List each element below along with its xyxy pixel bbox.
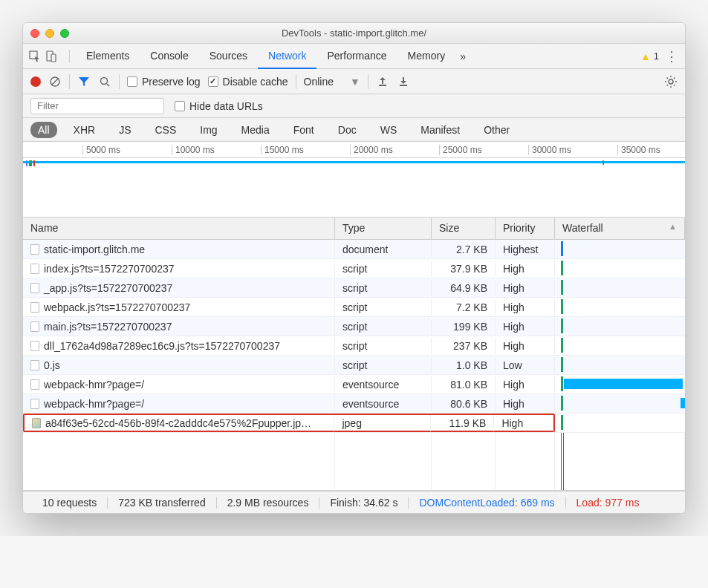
- timeline-tick: 35000 ms: [617, 145, 660, 155]
- table-row[interactable]: 0.jsscript1.0 KBLow: [23, 356, 685, 375]
- table-row[interactable]: webpack.js?ts=1572270700237script7.2 KBH…: [23, 298, 685, 317]
- disable-cache-checkbox[interactable]: Disable cache: [208, 76, 288, 88]
- timeline-overview[interactable]: [23, 158, 685, 218]
- waterfall-cell: [555, 336, 685, 355]
- more-tabs-icon[interactable]: »: [455, 45, 470, 68]
- settings-icon[interactable]: [664, 75, 678, 88]
- titlebar: DevTools - static-import.glitch.me/: [23, 23, 685, 44]
- type-filter-img[interactable]: Img: [192, 122, 224, 138]
- cell-type: script: [335, 299, 432, 316]
- col-type-header[interactable]: Type: [335, 218, 432, 239]
- menu-icon[interactable]: ⋮: [665, 48, 679, 65]
- svg-line-6: [107, 84, 109, 86]
- tab-elements[interactable]: Elements: [76, 44, 140, 69]
- type-filter-other[interactable]: Other: [476, 122, 517, 138]
- network-toolbar: Preserve log Disable cache Online ▼: [23, 69, 685, 94]
- preserve-log-checkbox[interactable]: Preserve log: [127, 76, 201, 88]
- type-filter-doc[interactable]: Doc: [331, 122, 364, 138]
- minimize-button[interactable]: [45, 29, 54, 38]
- status-load: Load: 977 ms: [566, 497, 650, 509]
- request-name: main.js?ts=1572270700237: [44, 321, 172, 333]
- cell-size: 81.0 KB: [432, 376, 496, 393]
- waterfall-cell: [555, 317, 685, 336]
- cell-priority: High: [496, 376, 555, 393]
- cell-priority: High: [496, 261, 555, 277]
- network-table-header: Name Type Size Priority Waterfall ▲: [23, 218, 685, 240]
- type-filter-ws[interactable]: WS: [373, 122, 405, 138]
- request-name: webpack-hmr?page=/: [44, 398, 144, 410]
- tab-network[interactable]: Network: [258, 44, 316, 69]
- table-row[interactable]: webpack-hmr?page=/eventsource81.0 KBHigh: [23, 375, 685, 394]
- type-filter-manifest[interactable]: Manifest: [413, 122, 467, 138]
- hide-data-urls-label: Hide data URLs: [189, 100, 263, 112]
- hide-data-urls-checkbox[interactable]: Hide data URLs: [175, 100, 263, 112]
- cell-type: eventsource: [335, 376, 432, 393]
- type-filter-all[interactable]: All: [30, 122, 57, 138]
- table-row[interactable]: static-import.glitch.medocument2.7 KBHig…: [23, 240, 685, 259]
- download-icon[interactable]: [397, 75, 410, 88]
- table-row[interactable]: index.js?ts=1572270700237script37.9 KBHi…: [23, 259, 685, 278]
- col-name-header[interactable]: Name: [23, 218, 335, 239]
- type-filter-xhr[interactable]: XHR: [66, 122, 103, 138]
- devtools-window: DevTools - static-import.glitch.me/ Elem…: [22, 22, 686, 514]
- waterfall-cell: [555, 278, 685, 297]
- warning-icon: ▲: [640, 50, 651, 62]
- cell-size: 2.7 KB: [432, 241, 496, 258]
- col-priority-header[interactable]: Priority: [496, 218, 555, 239]
- type-filter-media[interactable]: Media: [234, 122, 277, 138]
- waterfall-cell: [555, 259, 685, 278]
- status-resources: 2.9 MB resources: [217, 497, 320, 509]
- search-icon[interactable]: [98, 75, 111, 88]
- request-name: 0.js: [44, 359, 60, 371]
- cell-type: script: [335, 318, 432, 335]
- status-transferred: 723 KB transferred: [108, 497, 217, 509]
- col-size-header[interactable]: Size: [432, 218, 496, 239]
- inspect-icon[interactable]: [29, 50, 41, 62]
- document-file-icon: [30, 264, 39, 274]
- type-filter-font[interactable]: Font: [286, 122, 322, 138]
- tab-console[interactable]: Console: [140, 44, 198, 69]
- device-icon[interactable]: [45, 50, 57, 62]
- maximize-button[interactable]: [60, 29, 69, 38]
- svg-rect-8: [400, 85, 407, 86]
- request-name: index.js?ts=1572270700237: [44, 263, 175, 275]
- clear-icon[interactable]: [48, 75, 62, 88]
- type-filter-bar: AllXHRJSCSSImgMediaFontDocWSManifestOthe…: [23, 118, 685, 142]
- throttling-value: Online: [304, 76, 334, 88]
- request-name: a84f63e5-62cd-456b-89f4-c2adddc4e575%2Fp…: [45, 417, 311, 429]
- table-row[interactable]: a84f63e5-62cd-456b-89f4-c2adddc4e575%2Fp…: [23, 414, 685, 433]
- network-table-body: static-import.glitch.medocument2.7 KBHig…: [23, 240, 685, 433]
- timeline-ruler[interactable]: 5000 ms10000 ms15000 ms20000 ms25000 ms3…: [23, 142, 685, 158]
- close-button[interactable]: [30, 29, 39, 38]
- cell-priority: High: [496, 396, 555, 412]
- table-row[interactable]: main.js?ts=1572270700237script199 KBHigh: [23, 317, 685, 336]
- cell-size: 11.9 KB: [431, 415, 495, 431]
- table-row[interactable]: dll_1762a4d98a7289ec16c9.js?ts=157227070…: [23, 336, 685, 356]
- col-waterfall-header[interactable]: Waterfall ▲: [555, 218, 685, 239]
- filter-input[interactable]: [30, 98, 164, 114]
- cell-priority: High: [496, 338, 555, 354]
- throttling-select[interactable]: Online ▼: [304, 76, 360, 88]
- record-button[interactable]: [30, 76, 41, 87]
- cell-type: script: [335, 338, 432, 354]
- timeline-tick: 30000 ms: [528, 145, 571, 155]
- waterfall-cell: [555, 394, 685, 413]
- waterfall-cell: [555, 414, 685, 432]
- timeline-tick: 10000 ms: [172, 145, 215, 155]
- warning-badge[interactable]: ▲ 1: [640, 50, 659, 62]
- status-bar: 10 requests 723 KB transferred 2.9 MB re…: [23, 491, 685, 513]
- upload-icon[interactable]: [376, 75, 389, 88]
- type-filter-css[interactable]: CSS: [147, 122, 184, 138]
- tab-performance[interactable]: Performance: [316, 44, 397, 69]
- status-requests: 10 requests: [32, 497, 108, 509]
- table-row[interactable]: webpack-hmr?page=/eventsource80.6 KBHigh: [23, 394, 685, 414]
- cell-type: script: [335, 261, 432, 277]
- type-filter-js[interactable]: JS: [111, 122, 138, 138]
- waterfall-cell: [555, 298, 685, 316]
- filter-icon[interactable]: [77, 75, 91, 88]
- tab-memory[interactable]: Memory: [397, 44, 456, 69]
- waterfall-cell: [555, 356, 685, 374]
- tab-sources[interactable]: Sources: [199, 44, 258, 69]
- table-row[interactable]: _app.js?ts=1572270700237script64.9 KBHig…: [23, 278, 685, 298]
- status-domcontentloaded: DOMContentLoaded: 669 ms: [409, 497, 565, 509]
